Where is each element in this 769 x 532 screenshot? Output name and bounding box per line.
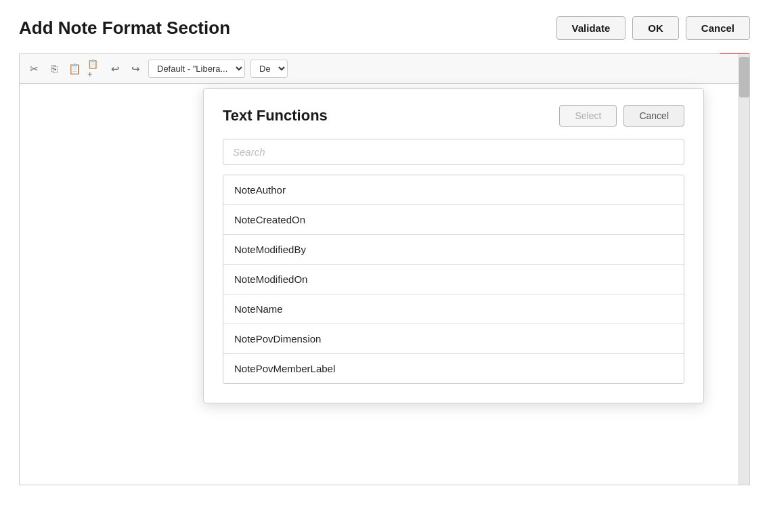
- search-wrapper: [223, 139, 684, 165]
- copy-icon[interactable]: ⎘: [47, 62, 62, 76]
- size-dropdown[interactable]: De: [250, 60, 288, 78]
- ok-button[interactable]: OK: [632, 16, 679, 40]
- functions-list: NoteAuthor NoteCreatedOn NoteModifiedBy …: [223, 175, 684, 384]
- list-item[interactable]: NotePovMemberLabel: [223, 354, 684, 383]
- scrollbar-track[interactable]: [739, 54, 749, 485]
- list-item[interactable]: NoteCreatedOn: [223, 205, 684, 235]
- page-container: Add Note Format Section Validate OK Canc…: [0, 0, 769, 532]
- modal-header: Text Functions Select Cancel: [223, 105, 684, 127]
- modal-cancel-button[interactable]: Cancel: [623, 105, 684, 127]
- modal-dialog: Text Functions Select Cancel NoteAuthor …: [203, 88, 704, 403]
- header-buttons: Validate OK Cancel: [556, 16, 750, 40]
- font-dropdown[interactable]: Default - "Libera...: [148, 60, 245, 78]
- cancel-button[interactable]: Cancel: [686, 16, 750, 40]
- list-item[interactable]: NoteAuthor: [223, 175, 684, 205]
- list-item[interactable]: NotePovDimension: [223, 324, 684, 354]
- list-item[interactable]: NoteModifiedOn: [223, 265, 684, 294]
- page-title: Add Note Format Section: [19, 18, 230, 39]
- toolbar-row: ✂ ⎘ 📋 📋+ ↩ ↪ Default - "Libera... De: [20, 54, 749, 84]
- search-input[interactable]: [223, 139, 684, 165]
- paste-icon[interactable]: 📋: [67, 62, 82, 76]
- list-item[interactable]: NoteName: [223, 294, 684, 324]
- scrollbar-thumb: [739, 57, 749, 97]
- redo-icon[interactable]: ↪: [128, 62, 143, 76]
- list-item[interactable]: NoteModifiedBy: [223, 235, 684, 265]
- paste-special-icon[interactable]: 📋+: [87, 62, 102, 76]
- cut-icon[interactable]: ✂: [26, 62, 41, 76]
- modal-header-buttons: Select Cancel: [559, 105, 684, 127]
- undo-icon[interactable]: ↩: [108, 62, 123, 76]
- header-row: Add Note Format Section Validate OK Canc…: [19, 16, 750, 40]
- modal-title: Text Functions: [223, 107, 328, 125]
- validate-button[interactable]: Validate: [556, 16, 626, 40]
- modal-select-button[interactable]: Select: [559, 105, 617, 127]
